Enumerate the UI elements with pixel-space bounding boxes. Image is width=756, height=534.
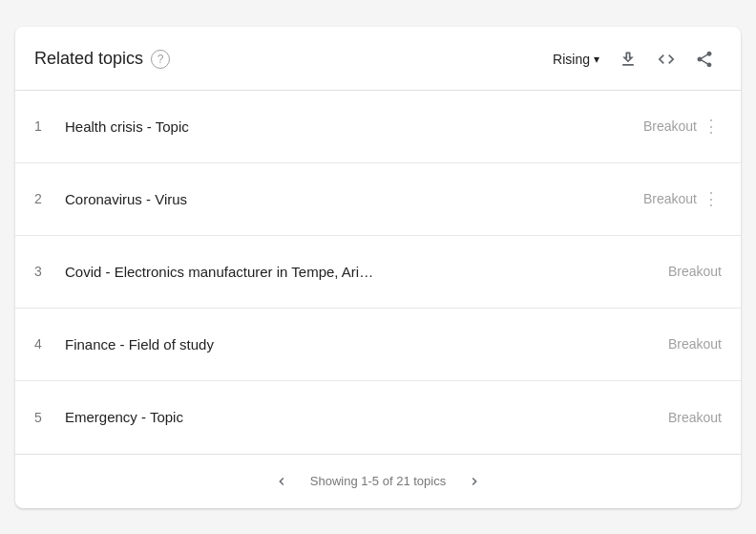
pagination-text: Showing 1-5 of 21 topics (310, 474, 446, 488)
row-label: Emergency - Topic (65, 409, 668, 425)
row-rank: 5 (34, 410, 65, 425)
row-label: Health crisis - Topic (65, 118, 643, 135)
download-button[interactable] (611, 42, 645, 76)
row-value: Breakout (668, 264, 722, 279)
related-topics-card: Related topics ? Rising ▾ 1 Health crisi… (15, 27, 741, 508)
filter-select[interactable]: Rising ▾ (545, 48, 607, 71)
embed-icon (657, 50, 676, 69)
row-rank: 1 (34, 118, 65, 134)
breakout-badge: Breakout (668, 410, 722, 425)
row-value: Breakout (668, 336, 722, 352)
table-row[interactable]: 4 Finance - Field of study Breakout (15, 309, 741, 381)
next-page-button[interactable] (461, 468, 488, 495)
breakout-badge: Breakout (643, 118, 697, 134)
chevron-down-icon: ▾ (594, 53, 599, 66)
download-icon (619, 50, 638, 69)
row-label: Coronavirus - Virus (65, 191, 643, 207)
help-icon[interactable]: ? (151, 50, 170, 69)
share-button[interactable] (687, 42, 722, 76)
pagination-footer: Showing 1-5 of 21 topics (15, 454, 741, 508)
header-left: Related topics ? (34, 49, 170, 69)
table-row[interactable]: 1 Health crisis - Topic Breakout ⋮ (15, 91, 741, 163)
row-value: Breakout ⋮ (643, 116, 722, 137)
card-header: Related topics ? Rising ▾ (15, 27, 741, 91)
more-options-icon[interactable]: ⋮ (701, 188, 722, 209)
row-value: Breakout (668, 410, 722, 425)
row-value: Breakout ⋮ (643, 188, 722, 209)
breakout-badge: Breakout (643, 191, 697, 206)
header-right: Rising ▾ (545, 42, 722, 76)
prev-page-button[interactable] (268, 468, 295, 495)
table-row[interactable]: 5 Emergency - Topic Breakout (15, 381, 741, 454)
row-label: Finance - Field of study (65, 336, 668, 352)
row-rank: 2 (34, 191, 65, 206)
row-label: Covid - Electronics manufacturer in Temp… (65, 264, 668, 280)
embed-button[interactable] (649, 42, 683, 76)
row-rank: 3 (34, 264, 65, 279)
breakout-badge: Breakout (668, 264, 722, 279)
card-title: Related topics (34, 49, 143, 69)
chevron-right-icon (467, 474, 482, 489)
filter-label: Rising (553, 52, 590, 67)
more-options-icon[interactable]: ⋮ (701, 116, 722, 137)
share-icon (695, 50, 714, 69)
chevron-left-icon (274, 474, 289, 489)
table-row[interactable]: 3 Covid - Electronics manufacturer in Te… (15, 236, 741, 309)
table-row[interactable]: 2 Coronavirus - Virus Breakout ⋮ (15, 163, 741, 236)
row-rank: 4 (34, 336, 65, 352)
rows-container: 1 Health crisis - Topic Breakout ⋮ 2 Cor… (15, 91, 741, 454)
breakout-badge: Breakout (668, 336, 722, 352)
